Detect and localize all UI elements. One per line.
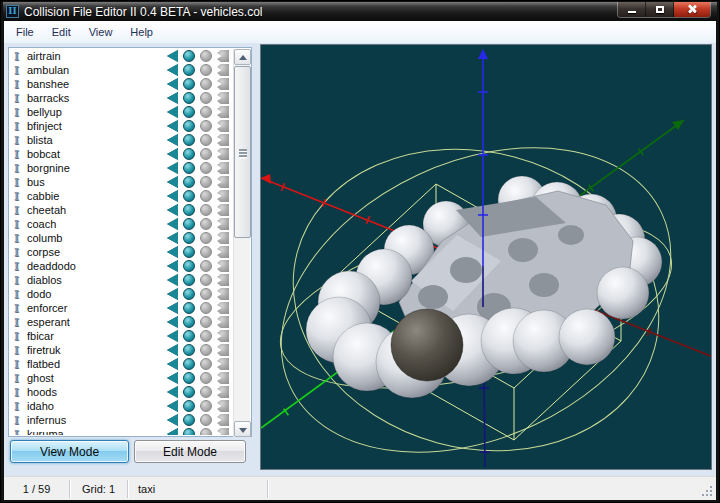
mesh-icon[interactable] (217, 428, 229, 435)
sphere-icon[interactable] (183, 414, 195, 426)
scroll-up-button[interactable] (234, 49, 251, 65)
scrollbar-thumb[interactable] (234, 66, 251, 238)
cone-icon[interactable] (167, 372, 178, 384)
list-item-columb[interactable]: I columb (10, 231, 234, 245)
list-item-bellyup[interactable]: I bellyup (10, 105, 234, 119)
mesh-icon[interactable] (217, 344, 229, 356)
cone-icon[interactable] (167, 260, 178, 272)
list-item-enforcer[interactable]: I enforcer (10, 301, 234, 315)
box-icon[interactable] (200, 246, 212, 258)
box-icon[interactable] (200, 92, 212, 104)
box-icon[interactable] (200, 204, 212, 216)
cone-icon[interactable] (167, 232, 178, 244)
cone-icon[interactable] (167, 414, 178, 426)
cone-icon[interactable] (167, 162, 178, 174)
box-icon[interactable] (200, 274, 212, 286)
mesh-icon[interactable] (217, 92, 229, 104)
list-item-idaho[interactable]: I idaho (10, 399, 234, 413)
collision-sphere[interactable] (597, 267, 649, 319)
sphere-icon[interactable] (183, 78, 195, 90)
menu-item-file[interactable]: File (7, 24, 43, 40)
box-icon[interactable] (200, 134, 212, 146)
sphere-icon[interactable] (183, 120, 195, 132)
title-bar[interactable]: II Collision File Editor II 0.4 BETA - v… (3, 2, 717, 21)
sphere-icon[interactable] (183, 106, 195, 118)
sphere-icon[interactable] (183, 190, 195, 202)
mesh-icon[interactable] (217, 400, 229, 412)
sphere-icon[interactable] (183, 372, 195, 384)
list-item-barracks[interactable]: I barracks (10, 91, 234, 105)
box-icon[interactable] (200, 302, 212, 314)
list-item-ambulan[interactable]: I ambulan (10, 63, 234, 77)
box-icon[interactable] (200, 162, 212, 174)
resize-grip[interactable] (702, 486, 714, 498)
list-item-ghost[interactable]: I ghost (10, 371, 234, 385)
box-icon[interactable] (200, 260, 212, 272)
edit-mode-button[interactable]: Edit Mode (134, 440, 246, 463)
selected-sphere[interactable] (391, 309, 463, 381)
sphere-icon[interactable] (183, 400, 195, 412)
sphere-icon[interactable] (183, 176, 195, 188)
list-item-esperant[interactable]: I esperant (10, 315, 234, 329)
sphere-icon[interactable] (183, 148, 195, 160)
box-icon[interactable] (200, 358, 212, 370)
mesh-icon[interactable] (217, 218, 229, 230)
list-item-airtrain[interactable]: I airtrain (10, 49, 234, 63)
sphere-icon[interactable] (183, 330, 195, 342)
mesh-icon[interactable] (217, 78, 229, 90)
mesh-icon[interactable] (217, 414, 229, 426)
cone-icon[interactable] (167, 78, 178, 90)
menu-item-edit[interactable]: Edit (43, 24, 80, 40)
mesh-icon[interactable] (217, 204, 229, 216)
minimize-button[interactable] (618, 2, 646, 17)
box-icon[interactable] (200, 316, 212, 328)
sphere-icon[interactable] (183, 232, 195, 244)
list-item-borgnine[interactable]: I borgnine (10, 161, 234, 175)
mesh-icon[interactable] (217, 260, 229, 272)
box-icon[interactable] (200, 414, 212, 426)
cone-icon[interactable] (167, 246, 178, 258)
cone-icon[interactable] (167, 330, 178, 342)
cone-icon[interactable] (167, 50, 178, 62)
viewport-3d[interactable] (260, 44, 712, 470)
cone-icon[interactable] (167, 218, 178, 230)
list-item-blista[interactable]: I blista (10, 133, 234, 147)
view-mode-button[interactable]: View Mode (10, 440, 129, 463)
sphere-icon[interactable] (183, 162, 195, 174)
box-icon[interactable] (200, 330, 212, 342)
sphere-icon[interactable] (183, 64, 195, 76)
box-icon[interactable] (200, 428, 212, 435)
menu-item-view[interactable]: View (80, 24, 122, 40)
box-icon[interactable] (200, 190, 212, 202)
box-icon[interactable] (200, 176, 212, 188)
list-item-fbicar[interactable]: I fbicar (10, 329, 234, 343)
sphere-icon[interactable] (183, 344, 195, 356)
cone-icon[interactable] (167, 428, 178, 435)
mesh-icon[interactable] (217, 106, 229, 118)
box-icon[interactable] (200, 232, 212, 244)
mesh-icon[interactable] (217, 288, 229, 300)
mesh-icon[interactable] (217, 386, 229, 398)
cone-icon[interactable] (167, 302, 178, 314)
mesh-icon[interactable] (217, 232, 229, 244)
box-icon[interactable] (200, 120, 212, 132)
cone-icon[interactable] (167, 204, 178, 216)
mesh-icon[interactable] (217, 120, 229, 132)
box-icon[interactable] (200, 64, 212, 76)
mesh-icon[interactable] (217, 358, 229, 370)
box-icon[interactable] (200, 288, 212, 300)
list-item-bobcat[interactable]: I bobcat (10, 147, 234, 161)
sphere-icon[interactable] (183, 204, 195, 216)
box-icon[interactable] (200, 344, 212, 356)
list-item-infernus[interactable]: I infernus (10, 413, 234, 427)
box-icon[interactable] (200, 400, 212, 412)
box-icon[interactable] (200, 78, 212, 90)
sphere-icon[interactable] (183, 274, 195, 286)
sphere-icon[interactable] (183, 218, 195, 230)
sphere-icon[interactable] (183, 50, 195, 62)
sphere-icon[interactable] (183, 386, 195, 398)
box-icon[interactable] (200, 386, 212, 398)
cone-icon[interactable] (167, 400, 178, 412)
cone-icon[interactable] (167, 176, 178, 188)
box-icon[interactable] (200, 148, 212, 160)
